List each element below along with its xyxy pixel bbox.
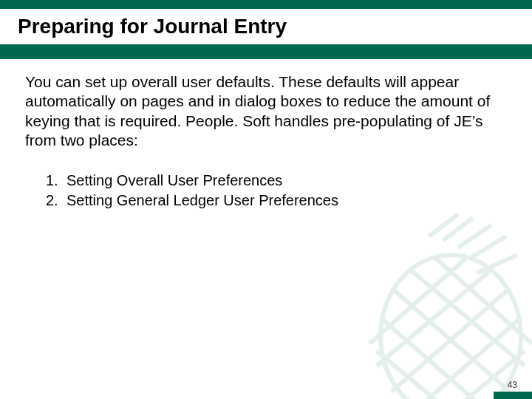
slide-title: Preparing for Journal Entry <box>18 15 532 38</box>
slide: Preparing for Journal Entry You can set … <box>0 0 532 399</box>
numbered-list: 1. Setting Overall User Preferences 2. S… <box>46 171 502 211</box>
pineapple-watermark-icon <box>340 207 532 399</box>
list-item-number: 1. <box>46 171 66 191</box>
title-area: Preparing for Journal Entry <box>0 10 532 46</box>
top-accent-bar <box>0 0 532 9</box>
intro-paragraph: You can set up overall user defaults. Th… <box>25 72 502 150</box>
list-item-number: 2. <box>46 191 66 211</box>
body-content: You can set up overall user defaults. Th… <box>25 72 502 211</box>
footer-accent-bar <box>494 392 532 399</box>
title-underline-band <box>0 44 532 59</box>
list-item: 2. Setting General Ledger User Preferenc… <box>46 191 502 211</box>
list-item-text: Setting General Ledger User Preferences <box>66 191 338 211</box>
list-item-text: Setting Overall User Preferences <box>66 171 282 191</box>
list-item: 1. Setting Overall User Preferences <box>46 171 502 191</box>
svg-point-0 <box>381 255 521 399</box>
page-number: 43 <box>508 380 517 390</box>
